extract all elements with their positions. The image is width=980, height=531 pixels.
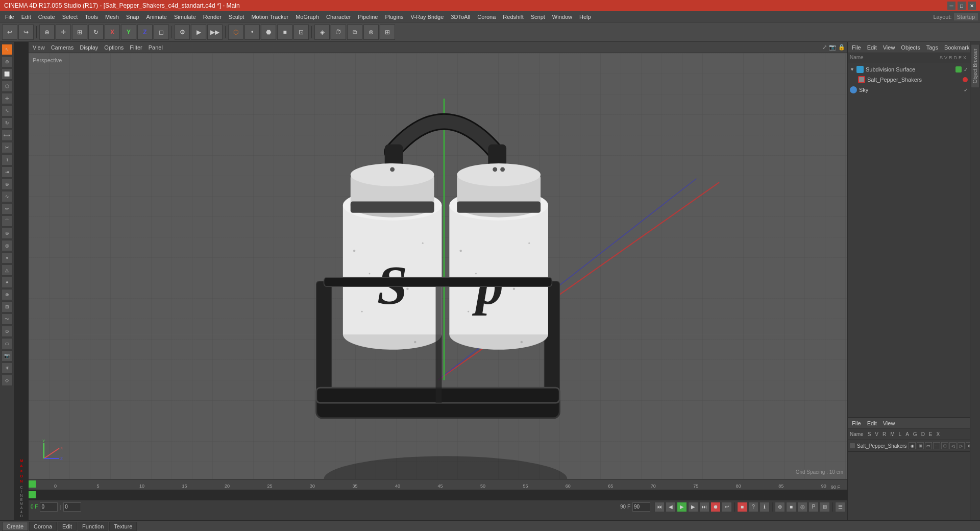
melt-tool[interactable]: ⊗ <box>2 289 13 300</box>
pb-loop-button[interactable]: ↩ <box>722 502 732 512</box>
cursor-tool[interactable]: ↖ <box>2 44 13 55</box>
menu-redshift[interactable]: Redshift <box>500 13 526 21</box>
mm-menu-view[interactable]: View <box>881 420 897 426</box>
pb-key2-button[interactable]: ■ <box>786 502 796 512</box>
joints-tool[interactable]: ⊙ <box>2 326 13 337</box>
timeline-button[interactable]: ⏱ <box>331 25 346 40</box>
mirror-tool[interactable]: ⟺ <box>2 130 13 141</box>
twist-tool[interactable]: ⊝ <box>2 228 13 239</box>
pb-key3-button[interactable]: ◎ <box>797 502 807 512</box>
xpresso-button[interactable]: ⊗ <box>363 25 379 40</box>
mode-uvw[interactable]: ⊡ <box>293 25 309 40</box>
menu-edit[interactable]: Edit <box>18 13 34 21</box>
pb-key5-button[interactable]: ⊞ <box>820 502 830 512</box>
vp-menu-options[interactable]: Options <box>102 44 126 51</box>
mode-edge[interactable]: ⬣ <box>261 25 276 40</box>
vp-menu-display[interactable]: Display <box>78 44 100 51</box>
scale-button[interactable]: ⊞ <box>72 25 87 40</box>
pb-key1-button[interactable]: ⊕ <box>775 502 785 512</box>
om-subdivision-checkmark[interactable]: ✓ <box>964 67 968 73</box>
frame-end-input[interactable] <box>632 502 650 512</box>
box-select-tool[interactable]: ⬜ <box>2 68 13 80</box>
pb-first-button[interactable]: ⏮ <box>654 502 665 512</box>
mode-point[interactable]: • <box>244 25 260 40</box>
pb-layout-button[interactable]: ☰ <box>835 502 845 512</box>
axis-x-button[interactable]: X <box>105 25 120 40</box>
vp-menu-cameras[interactable]: Cameras <box>49 44 76 51</box>
pb-info-button[interactable]: ℹ <box>760 502 770 512</box>
vp-menu-view[interactable]: View <box>31 44 47 51</box>
minimize-button[interactable]: ─ <box>947 2 955 10</box>
bridge-tool[interactable]: ⌇ <box>2 154 13 165</box>
object-mode-button[interactable]: ◻ <box>154 25 169 40</box>
vp-icon-arrows[interactable]: ⤢ <box>822 44 827 51</box>
console-button[interactable]: ⊞ <box>380 25 395 40</box>
viewport[interactable]: Perspective Grid Spacing : 10 cm <box>29 53 847 479</box>
mm-icon-4[interactable]: ⋯ <box>933 442 940 449</box>
menu-vray[interactable]: V-Ray Bridge <box>408 13 447 21</box>
menu-mograph[interactable]: MoGraph <box>292 13 322 21</box>
om-menu-file[interactable]: File <box>850 44 863 51</box>
menu-file[interactable]: File <box>2 13 17 21</box>
render-all-button[interactable]: ▶▶ <box>207 25 223 40</box>
bp-tab-corona[interactable]: Corona <box>29 522 57 531</box>
menu-window[interactable]: Window <box>549 13 575 21</box>
vp-menu-panel[interactable]: Panel <box>146 44 165 51</box>
om-row-subdivision[interactable]: ▼ Subdivision Surface ✓ <box>848 64 970 75</box>
capsule-tool[interactable]: ⬭ <box>2 338 13 349</box>
mode-poly[interactable]: ■ <box>277 25 292 40</box>
paint-tool[interactable]: ✏ <box>2 203 13 214</box>
menu-help[interactable]: Help <box>576 13 594 21</box>
axis-y-button[interactable]: Y <box>121 25 136 40</box>
menu-motion-tracker[interactable]: Motion Tracker <box>248 13 291 21</box>
taper-tool[interactable]: △ <box>2 264 13 276</box>
mm-menu-file[interactable]: File <box>850 420 863 426</box>
light-tool[interactable]: ☀ <box>2 363 13 374</box>
pb-question-button[interactable]: ? <box>748 502 758 512</box>
layer-manager-button[interactable]: ⧉ <box>347 25 362 40</box>
menu-snap[interactable]: Snap <box>123 13 142 21</box>
mm-icon-1[interactable]: ◉ <box>909 442 916 449</box>
menu-create[interactable]: Create <box>35 13 58 21</box>
menu-character[interactable]: Character <box>323 13 354 21</box>
om-menu-view[interactable]: View <box>881 44 897 51</box>
vp-icon-camera[interactable]: 📷 <box>829 44 836 51</box>
mm-icon-2[interactable]: ⊞ <box>917 442 924 449</box>
bp-tab-function[interactable]: Function <box>78 522 108 531</box>
sculpt-tool[interactable]: ∿ <box>2 191 13 202</box>
menu-script[interactable]: Script <box>528 13 548 21</box>
mode-object[interactable]: ⬡ <box>228 25 243 40</box>
pb-stop-button[interactable]: ■ <box>737 502 747 512</box>
null-tool[interactable]: ◇ <box>2 375 13 386</box>
om-row-salt-pepper[interactable]: Salt_Pepper_Shakers <box>848 75 970 85</box>
menu-sculpt[interactable]: Sculpt <box>226 13 248 21</box>
wrap-tool[interactable]: ⊞ <box>2 301 13 312</box>
om-sky-icons[interactable]: ✓ <box>964 87 968 93</box>
mm-icon-5[interactable]: ⊟ <box>941 442 948 449</box>
mm-icon-3[interactable]: ▭ <box>925 442 932 449</box>
menu-tools[interactable]: Tools <box>82 13 101 21</box>
menu-pipeline[interactable]: Pipeline <box>355 13 381 21</box>
pb-key4-button[interactable]: P <box>808 502 819 512</box>
live-select-tool[interactable]: ⊕ <box>2 56 13 67</box>
om-menu-edit[interactable]: Edit <box>865 44 879 51</box>
menu-corona[interactable]: Corona <box>474 13 499 21</box>
om-subdivision-dot1[interactable] <box>955 66 962 73</box>
menu-animate[interactable]: Animate <box>143 13 170 21</box>
camera-tool[interactable]: 📷 <box>2 350 13 361</box>
bend-tool[interactable]: ⌒ <box>2 215 13 227</box>
scale-tool[interactable]: ⤡ <box>2 105 13 116</box>
maximize-button[interactable]: □ <box>958 2 966 10</box>
menu-simulate[interactable]: Simulate <box>171 13 199 21</box>
layout-value[interactable]: Startup <box>954 13 978 20</box>
pb-record-button[interactable]: ⏺ <box>710 502 721 512</box>
menu-render[interactable]: Render <box>200 13 225 21</box>
vp-icon-lock[interactable]: 🔒 <box>838 44 845 51</box>
explosion-tool[interactable]: ✦ <box>2 277 13 288</box>
pb-play-button[interactable]: ▶ <box>677 502 687 512</box>
om-salt-pepper-dot[interactable] <box>963 77 968 82</box>
pb-last-button[interactable]: ⏭ <box>699 502 709 512</box>
move-tool[interactable]: ✛ <box>2 93 13 104</box>
timeline-ruler[interactable]: 0 5 10 15 20 25 30 35 40 45 50 55 60 65 <box>29 479 847 490</box>
undo-button[interactable]: ↩ <box>2 25 17 40</box>
